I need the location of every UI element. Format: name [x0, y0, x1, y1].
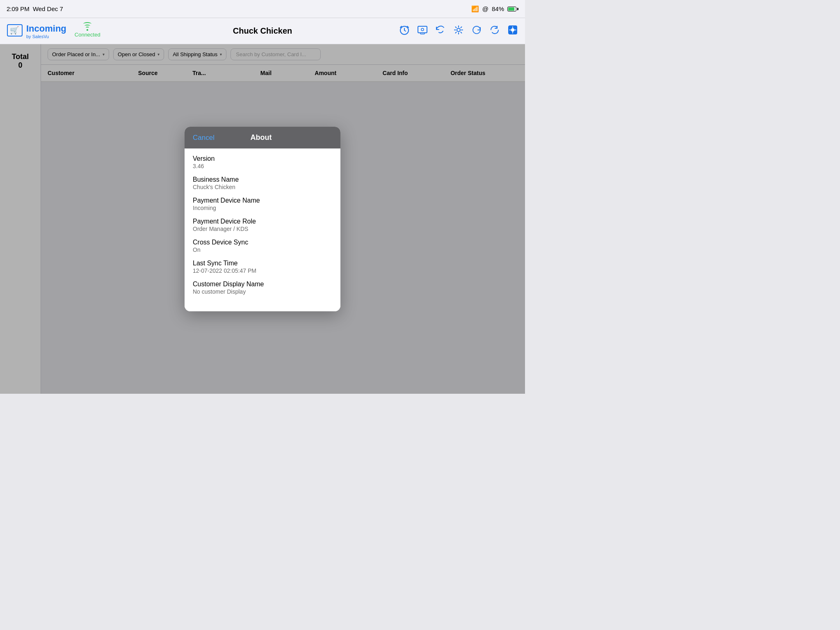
info-label-4: Cross Device Sync — [193, 239, 332, 246]
svg-point-8 — [511, 28, 514, 32]
cart-icon: 🛒 — [7, 24, 23, 39]
status-bar: 2:09 PM Wed Dec 7 📶 @ 84% — [0, 0, 525, 18]
info-label-3: Payment Device Role — [193, 218, 332, 225]
battery-icon — [507, 7, 518, 11]
svg-rect-4 — [420, 33, 425, 34]
menu-icon[interactable] — [507, 24, 518, 38]
return-icon[interactable] — [435, 24, 446, 38]
info-label-2: Payment Device Name — [193, 197, 332, 204]
svg-rect-3 — [418, 26, 427, 33]
info-value-5: 12-07-2022 02:05:47 PM — [193, 267, 332, 274]
battery-percent: 84% — [492, 5, 504, 12]
modal-title: About — [215, 133, 308, 142]
nav-icons — [399, 24, 518, 38]
page-title: Chuck Chicken — [233, 26, 292, 36]
about-modal: Cancel About Version3.46Business NameChu… — [185, 127, 340, 311]
info-value-4: On — [193, 247, 332, 253]
app-header: 🛒 Incoming by SalesVu Connected Chuck Ch… — [0, 18, 525, 44]
status-icons: 📶 @ 84% — [471, 5, 518, 13]
info-label-0: Version — [193, 155, 332, 162]
salesvu-label: by SalesVu — [26, 34, 66, 39]
svg-text:🛒: 🛒 — [10, 26, 19, 35]
info-value-1: Chuck's Chicken — [193, 184, 332, 190]
main-area: Total 0 Order Placed or In... ▾ Open or … — [0, 44, 525, 394]
info-row-1: Business NameChuck's Chicken — [193, 176, 332, 190]
time-date: 2:09 PM Wed Dec 7 — [7, 5, 63, 12]
svg-point-6 — [457, 28, 460, 32]
alarm-icon[interactable] — [399, 24, 410, 38]
info-row-4: Cross Device SyncOn — [193, 239, 332, 253]
time: 2:09 PM — [7, 5, 30, 12]
info-row-6: Customer Display NameNo customer Display — [193, 281, 332, 295]
modal-header: Cancel About — [185, 127, 340, 148]
info-value-3: Order Manager / KDS — [193, 226, 332, 232]
info-value-6: No customer Display — [193, 288, 332, 295]
info-value-0: 3.46 — [193, 163, 332, 169]
info-row-5: Last Sync Time12-07-2022 02:05:47 PM — [193, 260, 332, 274]
logo-area: 🛒 Incoming by SalesVu Connected — [7, 23, 100, 39]
app-logo: 🛒 Incoming by SalesVu — [7, 23, 66, 39]
cancel-button[interactable]: Cancel — [193, 134, 215, 142]
svg-point-5 — [421, 28, 424, 31]
gear-icon[interactable] — [453, 24, 464, 38]
info-label-1: Business Name — [193, 176, 332, 183]
app-name: Incoming — [26, 23, 66, 34]
refresh-icon[interactable] — [471, 24, 482, 38]
wifi-icon — [83, 24, 92, 31]
modal-overlay[interactable]: Cancel About Version3.46Business NameChu… — [0, 44, 525, 394]
info-row-2: Payment Device NameIncoming — [193, 197, 332, 211]
connected-label: Connected — [75, 32, 100, 38]
modal-body: Version3.46Business NameChuck's ChickenP… — [185, 148, 340, 311]
info-row-3: Payment Device RoleOrder Manager / KDS — [193, 218, 332, 232]
logo-text: Incoming by SalesVu — [26, 23, 66, 39]
location-icon: @ — [482, 5, 488, 12]
settings-display-icon[interactable] — [417, 24, 428, 38]
date: Wed Dec 7 — [33, 5, 63, 12]
info-row-0: Version3.46 — [193, 155, 332, 169]
info-label-5: Last Sync Time — [193, 260, 332, 267]
info-value-2: Incoming — [193, 205, 332, 211]
info-label-6: Customer Display Name — [193, 281, 332, 288]
wifi-status-icon: 📶 — [471, 5, 479, 13]
connection-status: Connected — [75, 24, 100, 38]
reload-icon[interactable] — [489, 24, 500, 38]
